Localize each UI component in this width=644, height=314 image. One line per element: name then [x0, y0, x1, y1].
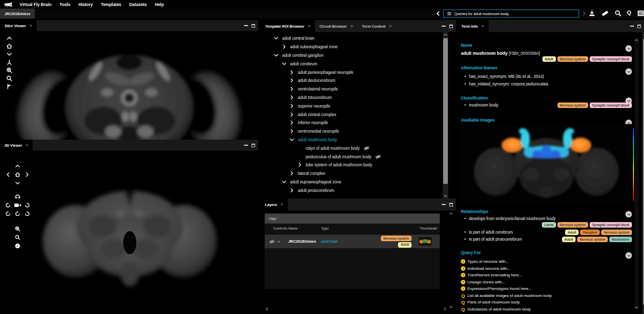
menu-item-datasets[interactable]: Datasets — [129, 2, 147, 7]
history-forward-icon[interactable] — [582, 11, 587, 17]
tab-3d-viewer[interactable]: 3D Viewer × — [0, 140, 33, 151]
maximize-icon[interactable] — [637, 25, 641, 28]
minimize-icon[interactable] — [442, 26, 446, 27]
scroll-left-icon[interactable] — [265, 307, 269, 311]
rotate-ccw-icon[interactable] — [5, 202, 11, 208]
camera-icon[interactable] — [14, 202, 21, 208]
tree-item-inferior-neuropils[interactable]: inferior neuropils — [261, 119, 442, 127]
query-icon[interactable]: Q — [627, 10, 631, 16]
tree-item-adult-central-brain[interactable]: adult central brain — [261, 34, 442, 43]
tree-scrollbar[interactable] — [443, 32, 448, 198]
eraser-icon[interactable] — [602, 10, 608, 17]
layers-filter-input[interactable]: Filter — [265, 214, 440, 224]
collapse-icon[interactable] — [274, 53, 279, 58]
tree-item-superior-neuropils[interactable]: superior neuropils — [261, 101, 442, 110]
tree-item-lobe-system-of-adult-mushroom-body[interactable]: lobe system of adult mushroom body — [261, 161, 442, 169]
download-icon[interactable] — [589, 10, 595, 17]
scroll-down-icon[interactable] — [449, 305, 453, 309]
close-icon[interactable]: × — [350, 24, 353, 29]
expand-icon[interactable] — [289, 129, 294, 134]
step-up-icon[interactable] — [6, 35, 13, 41]
zoom-out-icon[interactable] — [6, 75, 13, 81]
pan-left-icon[interactable] — [5, 172, 11, 177]
tree-item-adult-deutocerebrum[interactable]: adult deutocerebrum — [261, 76, 442, 85]
tree-item-adult-tritocerebrum[interactable]: adult tritocerebrum — [261, 93, 442, 102]
collapse-section-button[interactable] — [625, 211, 632, 218]
zoom-in-icon[interactable] — [15, 226, 21, 232]
expand-icon[interactable] — [289, 86, 294, 91]
visibility-off-icon[interactable] — [363, 146, 370, 151]
maximize-icon[interactable] — [449, 25, 453, 28]
maximize-icon[interactable] — [449, 203, 453, 206]
pan-down-icon[interactable] — [15, 180, 21, 186]
layers-list-icon[interactable] — [637, 10, 644, 17]
query-link-types-of-neurons-with[interactable]: Types of neurons with... — [461, 258, 552, 265]
menu-item-history[interactable]: History — [78, 2, 93, 7]
tree-item-lateral-complex[interactable]: lateral complex — [261, 169, 442, 178]
collapse-section-button[interactable] — [625, 252, 632, 259]
scroll-up-icon[interactable] — [634, 38, 638, 42]
tree-item-adult-cerebrum[interactable]: adult cerebrum — [261, 59, 442, 68]
snip-flag-icon[interactable] — [6, 83, 13, 89]
close-icon[interactable]: × — [281, 202, 283, 207]
tree-item-pedunculus-of-adult-mushroom-body[interactable]: pedunculus of adult mushroom body — [261, 152, 442, 161]
expand-icon[interactable] — [289, 78, 294, 83]
scroll-up-icon[interactable] — [449, 212, 453, 216]
history-back-icon[interactable] — [436, 11, 440, 17]
menu-item-help[interactable]: Help — [155, 2, 164, 7]
tree-item-calyx-of-adult-mushroom-body[interactable]: calyx of adult mushroom body — [261, 144, 442, 152]
layer-type-link[interactable]: adult brain — [321, 239, 338, 244]
expand-icon[interactable] — [289, 103, 294, 109]
expand-icon[interactable] — [289, 70, 294, 75]
search-box[interactable] — [443, 10, 579, 18]
menu-item-tools[interactable]: Tools — [59, 2, 70, 7]
home-icon[interactable] — [15, 172, 21, 177]
query-link-list-all-available-images-of-adult-mushroom-body[interactable]: QList all available images of adult mush… — [461, 292, 552, 299]
layer-thumbnail[interactable] — [419, 237, 432, 246]
rotate-cw-icon[interactable] — [24, 202, 30, 208]
pan-right-icon[interactable] — [24, 172, 30, 177]
scrollbar-thumb[interactable] — [443, 38, 448, 184]
spin-ccw-icon[interactable] — [5, 211, 11, 217]
tab-slice-viewer[interactable]: Slice Viewer × — [0, 20, 37, 31]
scroll-right-icon[interactable] — [443, 307, 447, 311]
close-icon[interactable]: × — [29, 23, 32, 28]
pan-up-icon[interactable] — [15, 163, 21, 169]
visibility-off-icon[interactable] — [375, 154, 381, 159]
tree-item-adult-protocerebrum[interactable]: adult protocerebrum — [261, 186, 442, 194]
expand-icon[interactable] — [289, 95, 294, 100]
tab-circuit-browser[interactable]: Circuit Browser× — [315, 20, 358, 32]
home-icon[interactable] — [6, 43, 13, 49]
expand-icon[interactable] — [289, 112, 294, 117]
tree-item-ventrolateral-neuropils[interactable]: ventrolateral neuropils — [261, 85, 442, 93]
collapse-icon[interactable] — [282, 179, 287, 184]
tree-item-adult-periesophageal-neuropils[interactable]: adult periesophageal neuropils — [261, 68, 442, 76]
close-icon[interactable]: × — [389, 24, 391, 29]
tree-item-adult-cerebral-ganglion[interactable]: adult cerebral ganglion — [261, 51, 442, 60]
tab-term-info[interactable]: Term Info × — [457, 20, 489, 32]
template-tab-jrc2018unisex[interactable]: JRC2018Unisex — [0, 9, 35, 19]
query-link-lineage-clones-with[interactable]: Lineage clones with... — [461, 279, 552, 286]
close-icon[interactable]: × — [26, 143, 28, 148]
scroll-up-icon[interactable] — [443, 33, 448, 37]
query-link-subclasses-of-adult-mushroom-body[interactable]: QSubclasses of adult mushroom body — [461, 306, 552, 313]
minimize-icon[interactable] — [630, 26, 634, 27]
query-link-expression-phenotypes-found-here[interactable]: Expression/Phenotypes found here... — [461, 285, 552, 292]
minimize-icon[interactable] — [244, 145, 248, 146]
term-info-scrollbar[interactable] — [634, 38, 639, 309]
tab-template-roi-browser[interactable]: Template ROI Browser× — [261, 20, 315, 32]
visibility-toggle-icon[interactable] — [269, 239, 275, 244]
maximize-icon[interactable] — [252, 24, 255, 28]
zoom-out-icon[interactable] — [15, 235, 21, 240]
query-link-parts-of-adult-mushroom-body[interactable]: QParts of adult mushroom body — [461, 299, 552, 306]
menu-item-virtual-fly-brain[interactable]: Virtual Fly Brain — [20, 2, 51, 7]
probe-axes-icon[interactable] — [6, 59, 13, 65]
maximize-icon[interactable] — [252, 144, 255, 147]
tree-item-adult-mushroom-body[interactable]: adult mushroom body — [261, 136, 442, 144]
close-icon[interactable]: × — [308, 24, 310, 29]
tree-item-adult-central-complex[interactable]: adult central complex — [261, 110, 442, 119]
roll-ccw-icon[interactable] — [15, 211, 21, 217]
expand-icon[interactable] — [282, 44, 287, 49]
tree-item-ventromedial-neuropils[interactable]: ventromedial neuropils — [261, 127, 442, 136]
available-image-thumbnail[interactable] — [461, 124, 632, 204]
